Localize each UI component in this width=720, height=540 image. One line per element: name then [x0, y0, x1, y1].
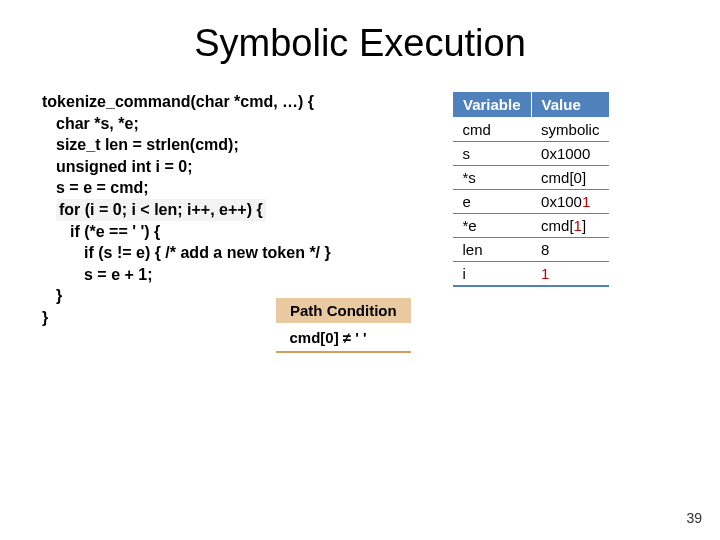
code-line: s = e + 1; — [42, 264, 422, 286]
code-line: tokenize_command(char *cmd, …) { — [42, 93, 314, 110]
variables-table: Variable Value cmd symbolic s 0x1000 *s … — [452, 91, 610, 287]
code-line: unsigned int i = 0; — [42, 156, 422, 178]
table-row: len 8 — [453, 238, 610, 262]
code-line: s = e = cmd; — [42, 177, 422, 199]
col-variable: Variable — [453, 92, 532, 118]
table-row: *e cmd[1] — [453, 214, 610, 238]
table-row: i 1 — [453, 262, 610, 287]
table-header-row: Variable Value — [453, 92, 610, 118]
content-row: tokenize_command(char *cmd, …) { char *s… — [0, 91, 720, 329]
code-block: tokenize_command(char *cmd, …) { char *s… — [42, 91, 422, 329]
table-row: e 0x1001 — [453, 190, 610, 214]
variables-column: Variable Value cmd symbolic s 0x1000 *s … — [452, 91, 610, 287]
table-row: *s cmd[0] — [453, 166, 610, 190]
code-line: if (*e == ' ') { — [42, 221, 422, 243]
code-line: size_t len = strlen(cmd); — [42, 134, 422, 156]
slide-title: Symbolic Execution — [0, 22, 720, 65]
code-line: char *s, *e; — [42, 113, 422, 135]
code-line: if (s != e) { /* add a new token */ } — [42, 242, 422, 264]
code-line: } — [42, 309, 48, 326]
code-line-highlight: for (i = 0; i < len; i++, e++) { — [42, 199, 422, 221]
table-row: cmd symbolic — [453, 118, 610, 142]
table-row: s 0x1000 — [453, 142, 610, 166]
col-value: Value — [531, 92, 609, 118]
slide-number: 39 — [686, 510, 702, 526]
